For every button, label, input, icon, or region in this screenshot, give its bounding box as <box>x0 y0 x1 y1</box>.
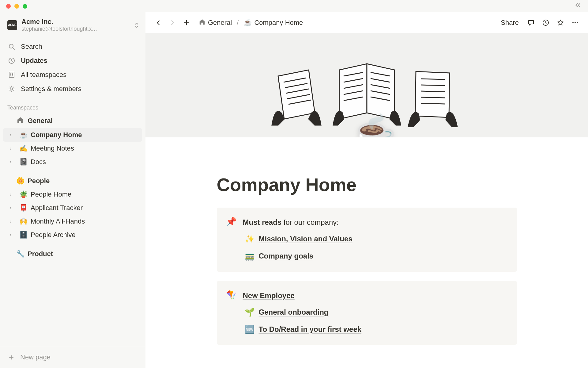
sidebar-item-docs[interactable]: › 📓 Docs <box>3 155 142 169</box>
sidebar-updates[interactable]: Updates <box>3 54 142 68</box>
home-icon <box>16 116 24 125</box>
link-emoji-icon: 🚃 <box>245 249 254 263</box>
page-emoji-icon: 🗄️ <box>19 231 28 239</box>
sidebar-search-label: Search <box>21 43 42 51</box>
back-button[interactable] <box>152 17 164 29</box>
callout-emoji-icon: 📌 <box>226 216 237 264</box>
building-icon <box>7 71 16 79</box>
callout-heading: Must reads for our company: <box>243 216 508 229</box>
sidebar-all-teamspaces[interactable]: All teamspaces <box>3 68 142 82</box>
page-link[interactable]: General onboarding <box>259 305 329 319</box>
page-emoji-icon: 🌼 <box>16 177 24 185</box>
sidebar-search[interactable]: Search <box>3 40 142 54</box>
svg-line-31 <box>421 85 445 86</box>
sidebar-item-applicant-tracker[interactable]: › 📮 Applicant Tracker <box>3 201 142 215</box>
callout-link-row: 🚃Company goals <box>245 249 508 263</box>
sidebar-item-label: People Home <box>31 190 138 198</box>
chevron-right-icon[interactable]: › <box>10 146 16 151</box>
breadcrumb-root-label: General <box>208 19 232 27</box>
chevron-right-icon[interactable]: › <box>10 192 16 197</box>
breadcrumb-page[interactable]: ☕ Company Home <box>242 17 305 28</box>
dots-icon <box>571 19 579 26</box>
minimize-window-button[interactable] <box>14 4 19 9</box>
sidebar-item-label: Docs <box>31 158 138 166</box>
sidebar-item-label: People Archive <box>31 231 138 239</box>
clock-icon <box>7 57 16 64</box>
chevron-right-icon[interactable]: › <box>10 132 16 138</box>
page-link[interactable]: To Do/Read in your first week <box>259 323 362 336</box>
page-link[interactable]: Company goals <box>259 249 314 263</box>
collapse-sidebar-button[interactable] <box>574 1 582 11</box>
new-page-label: New page <box>20 353 51 361</box>
sidebar-item-meeting-notes[interactable]: › ✍️ Meeting Notes <box>3 142 142 155</box>
sidebar: ACME Acme Inc. stephanie@toolsforthought… <box>0 12 145 368</box>
plus-icon <box>183 19 190 26</box>
svg-line-32 <box>421 91 445 92</box>
comments-button[interactable] <box>525 17 537 29</box>
callout-block[interactable]: 🪁New Employee🌱General onboarding🆕To Do/R… <box>217 281 517 345</box>
callout-heading-link[interactable]: New Employee <box>243 291 295 300</box>
sidebar-settings[interactable]: Settings & members <box>3 82 142 96</box>
chevron-right-icon[interactable]: › <box>10 159 16 165</box>
callout-emoji-icon: 🪁 <box>226 289 237 337</box>
maximize-window-button[interactable] <box>23 4 27 9</box>
sidebar-item-company-home[interactable]: › ☕ Company Home <box>3 128 142 142</box>
page-emoji-icon: ☕ <box>19 131 28 139</box>
chevron-right-icon[interactable]: › <box>10 232 16 238</box>
sidebar-item-product[interactable]: 🔧 Product <box>3 247 142 261</box>
sidebar-item-label: Meeting Notes <box>31 144 138 152</box>
sidebar-item-label: Company Home <box>31 131 138 139</box>
callout-block[interactable]: 📌Must reads for our company:✨Mission, Vi… <box>217 208 517 272</box>
sidebar-item-people[interactable]: 🌼 People <box>3 174 142 188</box>
new-page-button[interactable]: ＋ New page <box>0 346 145 368</box>
share-button[interactable]: Share <box>497 17 522 29</box>
workspace-badge: ACME <box>7 20 17 30</box>
sidebar-all-teamspaces-label: All teamspaces <box>21 71 66 79</box>
chevron-right-icon[interactable]: › <box>10 219 16 224</box>
svg-point-14 <box>577 22 578 23</box>
svg-point-10 <box>11 88 13 90</box>
breadcrumb-separator: / <box>237 19 239 27</box>
page-emoji-icon: 🔧 <box>16 250 24 258</box>
page-title[interactable]: Company Home <box>217 174 517 195</box>
sidebar-item-people-archive[interactable]: › 🗄️ People Archive <box>3 228 142 242</box>
svg-line-33 <box>421 97 445 98</box>
close-window-button[interactable] <box>6 4 11 9</box>
home-icon <box>199 18 205 27</box>
window-titlebar <box>0 0 588 12</box>
more-button[interactable] <box>569 17 581 29</box>
sidebar-item-monthly-all-hands[interactable]: › 🙌 Monthly All-Hands <box>3 215 142 228</box>
topbar: General / ☕ Company Home Share <box>145 12 588 33</box>
page-cover[interactable]: ☕ <box>145 33 588 137</box>
page-link[interactable]: Mission, Vision and Values <box>259 232 352 246</box>
expand-chevrons-icon <box>134 22 139 28</box>
sidebar-item-people-home[interactable]: › 🪴 People Home <box>3 188 142 201</box>
link-emoji-icon: 🌱 <box>245 305 254 320</box>
workspace-switcher[interactable]: ACME Acme Inc. stephanie@toolsforthought… <box>0 12 145 38</box>
breadcrumb-root[interactable]: General <box>197 17 234 28</box>
forward-button[interactable] <box>166 17 179 29</box>
main-content: General / ☕ Company Home Share <box>145 12 588 368</box>
teamspaces-section-header: Teamspaces <box>0 98 145 113</box>
page-emoji-icon: 🪴 <box>19 190 28 198</box>
favorite-button[interactable] <box>554 17 567 29</box>
svg-line-1 <box>13 48 15 50</box>
link-emoji-icon: ✨ <box>245 232 254 246</box>
sidebar-item-label: People <box>28 177 138 185</box>
callout-link-row: 🆕To Do/Read in your first week <box>245 322 508 337</box>
sidebar-item-label: Applicant Tracker <box>31 204 138 212</box>
star-icon <box>557 19 564 26</box>
page-icon[interactable]: ☕ <box>351 113 397 137</box>
clock-icon <box>542 19 549 26</box>
breadcrumb-page-label: Company Home <box>254 19 303 27</box>
sidebar-item-general[interactable]: General <box>3 113 142 128</box>
sidebar-updates-label: Updates <box>21 57 47 65</box>
new-tab-button[interactable] <box>180 17 193 29</box>
svg-rect-3 <box>9 72 14 78</box>
workspace-name: Acme Inc. <box>21 18 130 26</box>
updates-button[interactable] <box>540 17 552 29</box>
chevron-right-icon[interactable]: › <box>10 205 16 211</box>
chevron-left-icon <box>155 19 162 26</box>
workspace-email: stephanie@toolsforthought.x… <box>21 26 130 32</box>
svg-line-34 <box>421 103 445 104</box>
